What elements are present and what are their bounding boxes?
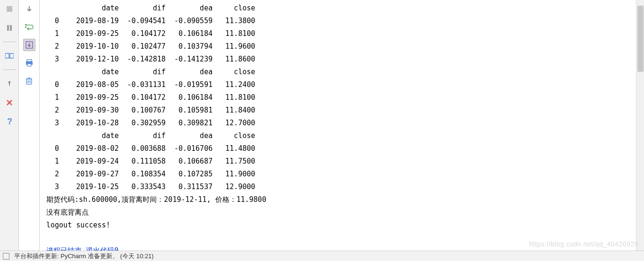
table-row: 2 2019-09-27 0.108354 0.107285 11.9000 — [46, 168, 644, 181]
debug-toolbar-left: ? — [0, 0, 19, 251]
svg-rect-1 — [7, 25, 9, 31]
svg-rect-0 — [7, 6, 12, 12]
table-header: date dif dea close — [46, 130, 644, 142]
svg-text:?: ? — [7, 117, 12, 126]
status-window-icon[interactable] — [3, 253, 9, 260]
scroll-to-end-button[interactable] — [23, 39, 35, 51]
pin-button[interactable] — [3, 78, 16, 90]
help-button[interactable]: ? — [3, 115, 16, 128]
scrollbar-thumb[interactable] — [637, 6, 644, 72]
layout-button[interactable] — [3, 50, 16, 62]
watermark-text: https://blog.csdn.net/qq_40420929 — [529, 240, 638, 248]
close-button[interactable] — [3, 96, 16, 109]
console-output[interactable]: date dif dea close 0 2019-08-19 -0.09454… — [40, 0, 644, 251]
table-row: 1 2019-09-25 0.104172 0.106184 11.8100 — [46, 91, 644, 104]
trash-button[interactable] — [23, 75, 35, 87]
output-line: logout success! — [46, 219, 644, 232]
table-row: 3 2019-12-10 -0.142818 -0.141239 11.8600 — [46, 53, 644, 66]
table-header: date dif dea close — [46, 2, 644, 15]
table-row: 2 2019-10-10 0.102477 0.103794 11.9600 — [46, 40, 644, 53]
svg-rect-3 — [5, 53, 9, 58]
print-button[interactable] — [23, 57, 35, 69]
console-toolbar — [19, 0, 40, 251]
table-row: 2 2019-09-30 0.100767 0.105981 11.8400 — [46, 104, 644, 117]
table-header: date dif dea close — [46, 66, 644, 78]
pause-button[interactable] — [3, 22, 16, 34]
svg-rect-11 — [27, 64, 31, 66]
svg-rect-6 — [25, 24, 26, 26]
table-row: 1 2019-09-25 0.104172 0.106184 11.8100 — [46, 27, 644, 40]
svg-rect-7 — [25, 26, 26, 28]
svg-rect-4 — [10, 53, 14, 58]
table-row: 3 2019-10-25 0.333543 0.311537 12.9000 — [46, 181, 644, 193]
stop-button[interactable] — [3, 3, 16, 15]
svg-rect-9 — [27, 60, 32, 61]
table-row: 0 2019-08-05 -0.031131 -0.019591 11.2400 — [46, 78, 644, 91]
table-row: 3 2019-10-28 0.302959 0.309821 12.7000 — [46, 117, 644, 130]
table-row: 0 2019-08-02 0.003688 -0.016706 11.4800 — [46, 142, 644, 155]
svg-rect-2 — [10, 25, 12, 31]
scroll-down-icon[interactable] — [23, 3, 35, 15]
vertical-scrollbar[interactable] — [636, 0, 644, 251]
soft-wrap-button[interactable] — [23, 21, 35, 33]
output-line: 没有底背离点 — [46, 206, 644, 219]
output-line: 期货代码:sh.600000,顶背离时间：2019-12-11, 价格：11.9… — [46, 193, 644, 206]
table-row: 0 2019-08-19 -0.094541 -0.090559 11.3800 — [46, 15, 644, 27]
status-bar: 平台和插件更新: PyCharm 准备更新。 (今天 10:21) — [0, 251, 644, 261]
status-message: 平台和插件更新: PyCharm 准备更新。 (今天 10:21) — [14, 252, 153, 261]
table-row: 1 2019-09-24 0.111058 0.106687 11.7500 — [46, 155, 644, 168]
